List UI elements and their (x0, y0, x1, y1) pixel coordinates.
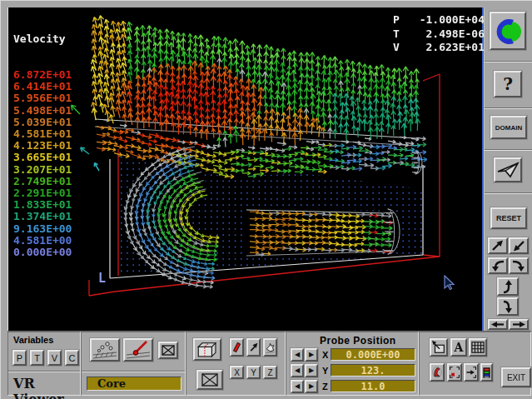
snapshot-icon (431, 340, 446, 355)
readout-value: 2.623E+01 (426, 41, 485, 55)
zoom-out-button[interactable] (509, 237, 529, 254)
probe-reset-button[interactable] (196, 370, 223, 390)
legend-title: Velocity (13, 33, 72, 45)
probe-x-field[interactable]: 0.000E+00 (331, 348, 415, 361)
grab-button[interactable] (263, 338, 277, 357)
arrow-curve-left-icon (490, 259, 506, 272)
reset-view-button[interactable]: RESET (490, 207, 527, 229)
zoom-window-button[interactable] (447, 363, 462, 382)
probe-axis-label: Y (322, 366, 328, 376)
legend-entry: 4.581E+01 (13, 128, 72, 140)
help-button[interactable]: ? (494, 71, 522, 97)
control-bar: Variables PTVC VR Viewer Core (7, 332, 531, 396)
divider (485, 192, 532, 194)
viewpoint-button[interactable] (494, 157, 522, 182)
slice-box-button[interactable] (193, 338, 221, 361)
slice-plane-button[interactable] (230, 338, 244, 357)
variable-button-p[interactable]: P (12, 350, 27, 366)
probe-z-field[interactable]: 11.0 (331, 380, 415, 392)
legend-entry: 3.207E+01 (13, 164, 72, 176)
legend-entry: 1.833E+01 (13, 199, 72, 211)
zoom-in-button[interactable] (488, 237, 508, 254)
rotate-left-button[interactable] (488, 257, 508, 274)
variable-button-c[interactable]: C (65, 350, 79, 366)
probe-x-increment-button[interactable]: ▶ (305, 348, 318, 362)
surface-plot-button[interactable] (430, 363, 445, 382)
slice-panel: XYZ (186, 332, 286, 396)
viewpoint-eye-icon (496, 161, 520, 179)
probe-y-increment-button[interactable]: ▶ (305, 364, 318, 377)
thermometer-probe-icon (125, 340, 152, 360)
probe-axis-label: Z (322, 382, 328, 392)
tilt-up-button[interactable] (497, 277, 519, 296)
arrow-right-icon (511, 321, 526, 328)
tools-panel: Core (81, 332, 186, 396)
legend-entry: 2.291E+01 (13, 187, 72, 199)
phoenics-vr-viewer-window: { "legend": { "title": "Velocity", "titl… (0, 0, 532, 399)
reset-label: RESET (496, 214, 521, 222)
streamlines-icon (92, 340, 118, 360)
legend-entry: 2.749E+01 (13, 176, 72, 187)
divider (485, 61, 532, 62)
variable-button-t[interactable]: T (30, 350, 44, 366)
probe-z-increment-button[interactable]: ▶ (305, 380, 318, 393)
move-into-icon (465, 365, 477, 380)
arrow-curve-right-icon (510, 259, 527, 272)
divider (485, 107, 532, 109)
cham-logo-icon (493, 16, 523, 46)
axis-button-z[interactable]: Z (263, 366, 277, 379)
pan-left-button[interactable] (488, 319, 508, 330)
legend-entry: 1.374E+01 (13, 211, 72, 222)
viewport-canvas[interactable] (8, 7, 480, 331)
legend-entry: 5.956E+01 (13, 92, 72, 104)
ne-arrow-icon (248, 341, 259, 354)
help-label: ? (503, 74, 513, 94)
readout-value: 2.498E-06 (426, 27, 485, 42)
red-slice-icon (231, 340, 242, 355)
variable-button-v[interactable]: V (47, 350, 62, 366)
legend-entry: 5.039E+01 (13, 117, 72, 128)
mouse-cursor-icon (444, 275, 455, 291)
probe-y-field[interactable]: 123. (331, 364, 415, 377)
divider (485, 149, 532, 151)
pan-right-button[interactable] (509, 319, 529, 330)
rotate-right-button[interactable] (509, 257, 529, 274)
sidebar: ? DOMAIN RESET (484, 7, 532, 331)
palette-button[interactable] (480, 363, 493, 382)
probe-x-decrement-button[interactable]: ◀ (291, 348, 304, 362)
zoom-window-icon (449, 365, 460, 380)
probe-box-button[interactable] (158, 342, 178, 359)
view-options-panel: A EXIT (419, 332, 531, 396)
axis-button-x[interactable]: X (230, 366, 244, 379)
velocity-legend: Velocity 6.872E+016.414E+015.956E+015.49… (13, 10, 72, 282)
arrow-turn-up-icon (500, 279, 516, 294)
cham-logo-button[interactable] (490, 12, 526, 50)
readout-row: P-1.000E+04 (393, 13, 485, 27)
object-selector[interactable]: Core (87, 377, 181, 391)
probe-temperature-button[interactable] (123, 338, 153, 362)
exit-button[interactable]: EXIT (501, 367, 531, 387)
probe-position-panel: Probe Position ◀▶X0.000E+00◀▶Y123.◀▶Z11.… (286, 332, 419, 396)
readout-label: P (393, 13, 400, 27)
grab-hand-icon (265, 341, 276, 355)
domain-button[interactable]: DOMAIN (490, 116, 527, 139)
probe-y-decrement-button[interactable]: ◀ (291, 364, 304, 377)
variables-title: Variables (13, 335, 53, 345)
vector-direction-button[interactable] (246, 338, 261, 357)
tilt-down-button[interactable] (497, 297, 519, 316)
probe-readout: P-1.000E+04T2.498E-06V2.623E+01 (393, 13, 485, 55)
streamlines-button[interactable] (90, 338, 120, 362)
axis-button-y[interactable]: Y (246, 366, 261, 379)
probe-z-decrement-button[interactable]: ◀ (291, 380, 304, 393)
annotate-icon: A (455, 341, 464, 354)
annotate-button[interactable]: A (450, 338, 467, 357)
domain-label: DOMAIN (495, 124, 522, 132)
mesh-toggle-button[interactable] (469, 338, 487, 357)
move-object-button[interactable] (464, 363, 479, 382)
arrow-ne-icon (490, 239, 506, 252)
snapshot-button[interactable] (430, 338, 448, 357)
legend-entry: 4.581E+00 (13, 235, 72, 247)
probe-box-icon (199, 372, 221, 387)
viewport: Velocity 6.872E+016.414E+015.956E+015.49… (7, 7, 484, 331)
probe-box-icon (161, 344, 176, 357)
